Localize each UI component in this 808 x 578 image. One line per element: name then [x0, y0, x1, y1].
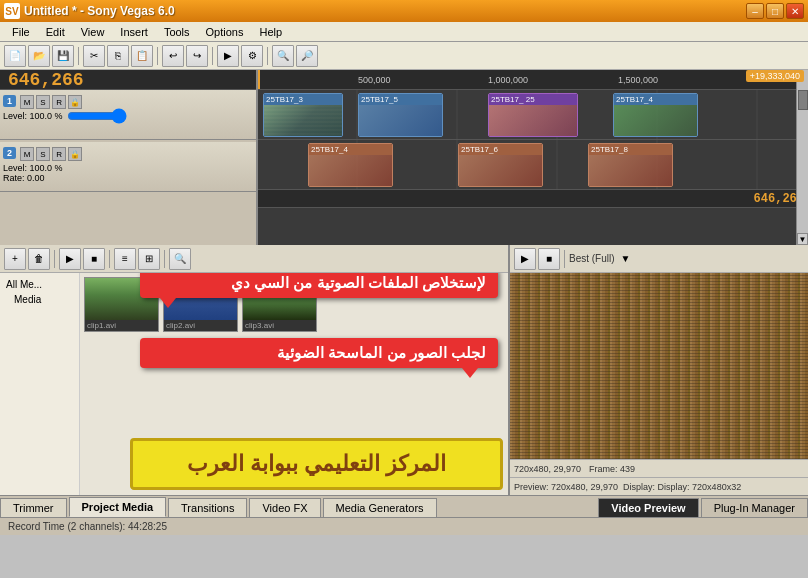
- media-view-btn[interactable]: ≡: [114, 248, 136, 270]
- media-content: All Me... Media clip1.avi c: [0, 273, 508, 495]
- time-mark-2: 1,000,000: [488, 75, 528, 85]
- separator-3: [212, 47, 213, 65]
- tab-trimmer[interactable]: Trimmer: [0, 498, 67, 517]
- track1-solo[interactable]: S: [36, 95, 50, 109]
- scroll-btn-down[interactable]: ▼: [797, 233, 808, 245]
- track2-rate: Rate: 0.00: [3, 173, 45, 183]
- tab-media-gen[interactable]: Media Generators: [323, 498, 437, 517]
- clip-25TB17-25[interactable]: 25TB17_ 25: [488, 93, 578, 137]
- clip-label: 25TB17_ 25: [489, 94, 577, 105]
- bottom-area: + 🗑 ▶ ■ ≡ ⊞ 🔍 All Me... Media: [0, 245, 808, 495]
- track1-mute[interactable]: M: [20, 95, 34, 109]
- maximize-button[interactable]: □: [766, 3, 784, 19]
- close-button[interactable]: ✕: [786, 3, 804, 19]
- render-button[interactable]: ▶: [217, 45, 239, 67]
- track1-level-slider[interactable]: [67, 112, 127, 120]
- tree-media[interactable]: Media: [2, 292, 77, 307]
- sep: [564, 250, 565, 268]
- thumb-label-1: clip1.avi: [85, 320, 158, 331]
- menu-tools[interactable]: Tools: [156, 24, 198, 40]
- track1-lock[interactable]: 🔒: [68, 95, 82, 109]
- cursor-position: +19,333,040: [746, 70, 804, 82]
- media-search-btn[interactable]: 🔍: [169, 248, 191, 270]
- clip-25TB17-4[interactable]: 25TB17_4: [613, 93, 698, 137]
- save-button[interactable]: 💾: [52, 45, 74, 67]
- zoom-out-button[interactable]: 🔎: [296, 45, 318, 67]
- time-mark-3: 1,500,000: [618, 75, 658, 85]
- time-mark-1: 500,000: [358, 75, 391, 85]
- preview-info-bar: 720x480, 29,970 Frame: 439: [510, 459, 808, 477]
- sep3: [164, 250, 165, 268]
- track2-controls: M S R 🔒: [20, 147, 82, 161]
- tab-video-fx[interactable]: Video FX: [249, 498, 320, 517]
- media-add-btn[interactable]: +: [4, 248, 26, 270]
- new-button[interactable]: 📄: [4, 45, 26, 67]
- callout-top: لإستخلاص الملفات الصوتية من السي دي: [140, 273, 498, 298]
- window-controls: – □ ✕: [746, 3, 804, 19]
- track-headers: 646,266 1 M S R 🔒 Level: 100.0 % 2: [0, 70, 258, 245]
- menu-options[interactable]: Options: [198, 24, 252, 40]
- clip-25TB17-5[interactable]: 25TB17_5: [358, 93, 443, 137]
- thumb-label-2: clip2.avi: [164, 320, 237, 331]
- media-play-btn[interactable]: ▶: [59, 248, 81, 270]
- preview-resolution: 720x480, 29,970: [514, 464, 581, 474]
- menu-edit[interactable]: Edit: [38, 24, 73, 40]
- media-delete-btn[interactable]: 🗑: [28, 248, 50, 270]
- preview-content: [510, 273, 808, 459]
- sep: [54, 250, 55, 268]
- quality-label: Best (Full): [569, 253, 615, 264]
- separator-4: [267, 47, 268, 65]
- properties-button[interactable]: ⚙: [241, 45, 263, 67]
- menu-view[interactable]: View: [73, 24, 113, 40]
- clip-label: 25TB17_4: [614, 94, 697, 105]
- track2-mute[interactable]: M: [20, 147, 34, 161]
- menu-file[interactable]: File: [4, 24, 38, 40]
- track2-record[interactable]: R: [52, 147, 66, 161]
- clip-25TB17-8[interactable]: 25TB17_8: [588, 143, 673, 187]
- preview-stop-btn[interactable]: ■: [538, 248, 560, 270]
- clip-label: 25TB17_8: [589, 144, 672, 155]
- track2-solo[interactable]: S: [36, 147, 50, 161]
- menu-help[interactable]: Help: [251, 24, 290, 40]
- zoom-in-button[interactable]: 🔍: [272, 45, 294, 67]
- bottom-time-ruler: 646,266: [258, 190, 808, 208]
- clip-label: 25TB17_6: [459, 144, 542, 155]
- undo-button[interactable]: ↩: [162, 45, 184, 67]
- track2-clips: 25TB17_4 25TB17_6 25TB17_8: [258, 140, 808, 190]
- media-zoom-btn[interactable]: ⊞: [138, 248, 160, 270]
- cut-button[interactable]: ✂: [83, 45, 105, 67]
- menu-bar: File Edit View Insert Tools Options Help: [0, 22, 808, 42]
- preview-play-btn[interactable]: ▶: [514, 248, 536, 270]
- menu-insert[interactable]: Insert: [112, 24, 156, 40]
- tab-video-preview[interactable]: Video Preview: [598, 498, 698, 517]
- track2-lock[interactable]: 🔒: [68, 147, 82, 161]
- app-icon: SV: [4, 3, 20, 19]
- preview-display: Preview: 720x480, 29,970 Display: Displa…: [514, 482, 741, 492]
- window-title: Untitled * - Sony Vegas 6.0: [24, 4, 175, 18]
- tab-transitions[interactable]: Transitions: [168, 498, 247, 517]
- minimize-button[interactable]: –: [746, 3, 764, 19]
- copy-button[interactable]: ⎘: [107, 45, 129, 67]
- separator-1: [78, 47, 79, 65]
- sep2: [109, 250, 110, 268]
- paste-button[interactable]: 📋: [131, 45, 153, 67]
- open-button[interactable]: 📂: [28, 45, 50, 67]
- redo-button[interactable]: ↪: [186, 45, 208, 67]
- clip-label: 25TB17_3: [264, 94, 342, 105]
- clip-25TB17-4b[interactable]: 25TB17_4: [308, 143, 393, 187]
- bottom-tabs: Trimmer Project Media Transitions Video …: [0, 495, 808, 517]
- media-toolbar: + 🗑 ▶ ■ ≡ ⊞ 🔍: [0, 245, 508, 273]
- tree-all-media[interactable]: All Me...: [2, 277, 77, 292]
- left-panel: + 🗑 ▶ ■ ≡ ⊞ 🔍 All Me... Media: [0, 245, 510, 495]
- clip-25TB17-3[interactable]: 25TB17_3: [263, 93, 343, 137]
- status-text: Record Time (2 channels): 44:28:25: [8, 521, 167, 532]
- track2-header: 2 M S R 🔒 Level: 100.0 % Rate: 0.00: [0, 142, 256, 192]
- media-stop-btn[interactable]: ■: [83, 248, 105, 270]
- track1-record[interactable]: R: [52, 95, 66, 109]
- title-bar-left: SV Untitled * - Sony Vegas 6.0: [4, 3, 175, 19]
- timeline-scrollbar[interactable]: ▼: [796, 70, 808, 245]
- scrollbar-thumb[interactable]: [798, 90, 808, 110]
- tab-plugin-manager[interactable]: Plug-In Manager: [701, 498, 808, 517]
- tab-project-media[interactable]: Project Media: [69, 497, 167, 517]
- clip-25TB17-6[interactable]: 25TB17_6: [458, 143, 543, 187]
